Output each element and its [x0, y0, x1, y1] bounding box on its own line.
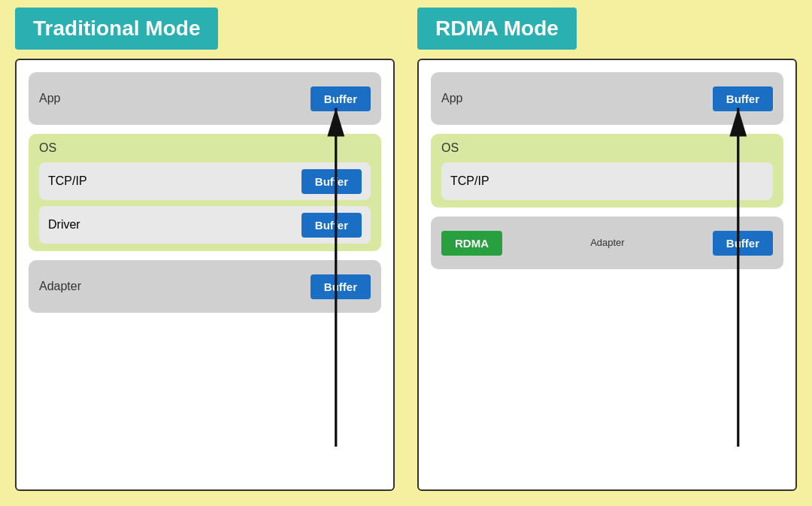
traditional-os-label: OS — [39, 141, 371, 155]
rdma-adapter-buffer: Buffer — [713, 231, 773, 256]
traditional-driver-label: Driver — [48, 218, 80, 232]
rdma-tcpip-label: TCP/IP — [450, 174, 489, 188]
traditional-app-label: App — [39, 92, 60, 105]
traditional-diagram: App Buffer OS TCP/IP Buffer Driver Buffe… — [15, 59, 395, 491]
traditional-app-buffer: Buffer — [311, 86, 371, 111]
traditional-tcpip-label: TCP/IP — [48, 174, 87, 188]
traditional-adapter-buffer: Buffer — [311, 274, 371, 299]
traditional-app-layer: App Buffer — [29, 72, 381, 125]
traditional-panel: Traditional Mode App Buffer OS TCP/IP Bu… — [15, 8, 395, 491]
traditional-driver-row: Driver Buffer — [39, 206, 371, 244]
traditional-driver-buffer: Buffer — [301, 213, 362, 238]
rdma-app-label: App — [441, 92, 462, 105]
rdma-os-layer: OS TCP/IP — [431, 134, 783, 208]
rdma-diagram: App Buffer OS TCP/IP RDMA Adapter — [417, 59, 797, 491]
traditional-adapter-layer: Adapter Buffer — [29, 260, 381, 313]
traditional-tcpip-row: TCP/IP Buffer — [39, 162, 371, 200]
rdma-app-buffer: Buffer — [713, 86, 773, 111]
rdma-rdma-box: RDMA — [441, 231, 502, 256]
rdma-tcpip-row: TCP/IP — [441, 162, 773, 200]
traditional-tcpip-buffer: Buffer — [301, 169, 362, 194]
rdma-adapter-label: Adapter — [590, 237, 625, 248]
traditional-title: Traditional Mode — [15, 8, 218, 50]
rdma-panel: RDMA Mode App Buffer OS TCP/IP RDMA — [417, 8, 797, 491]
main-container: Traditional Mode App Buffer OS TCP/IP Bu… — [0, 0, 812, 506]
traditional-os-inner: TCP/IP Buffer Driver Buffer — [39, 162, 371, 244]
rdma-os-label: OS — [441, 141, 773, 155]
rdma-title: RDMA Mode — [417, 8, 577, 50]
traditional-os-layer: OS TCP/IP Buffer Driver Buffer — [29, 134, 381, 251]
rdma-app-layer: App Buffer — [431, 72, 783, 125]
rdma-os-inner: TCP/IP — [441, 162, 773, 200]
rdma-adapter-left: RDMA — [441, 231, 502, 256]
rdma-adapter-layer: RDMA Adapter Buffer — [431, 217, 783, 269]
traditional-adapter-label: Adapter — [39, 280, 81, 293]
